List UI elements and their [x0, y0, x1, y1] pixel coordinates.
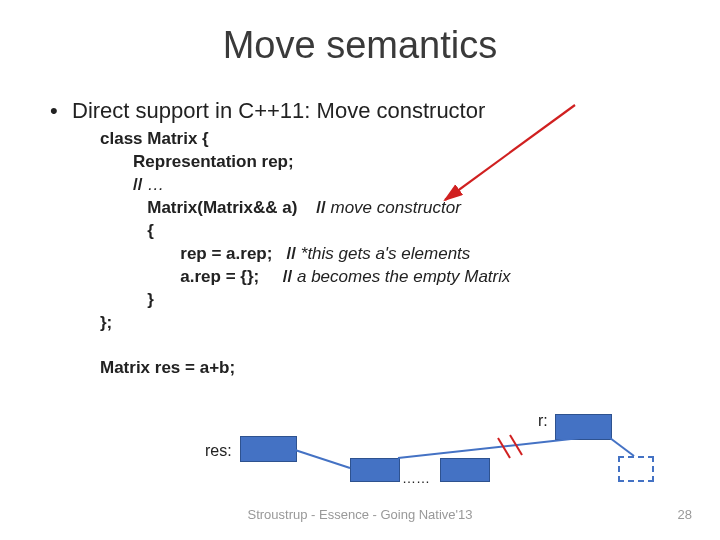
code-l6b: *this gets a's elements — [301, 244, 471, 263]
box-res — [240, 436, 297, 462]
box-empty-dashed — [618, 456, 654, 482]
code-l2: Representation rep; — [100, 152, 294, 171]
code-l4a: Matrix(Matrix&& a) // — [100, 198, 331, 217]
code-l9: }; — [100, 313, 112, 332]
page-number: 28 — [678, 507, 692, 522]
dots-label: …… — [402, 470, 430, 486]
line-res-to-data — [295, 450, 350, 468]
code-l7a: a.rep = {}; // — [100, 267, 297, 286]
code-l5: { — [100, 221, 154, 240]
code-l3a: // — [100, 175, 147, 194]
code-l1: class Matrix { — [100, 129, 209, 148]
code-l6a: rep = a.rep; // — [100, 244, 301, 263]
bullet-line: •Direct support in C++11: Move construct… — [50, 98, 485, 124]
box-r — [555, 414, 612, 440]
box-data-left — [350, 458, 400, 482]
line-r-to-empty — [610, 438, 634, 456]
res-label: res: — [205, 442, 232, 460]
r-label: r: — [538, 412, 548, 430]
line-r-to-data — [398, 438, 580, 458]
code-l7b: a becomes the empty Matrix — [297, 267, 511, 286]
code-block: class Matrix { Representation rep; // … … — [100, 128, 511, 380]
code-l4b: move constructor — [331, 198, 461, 217]
code-l10: Matrix res = a+b; — [100, 358, 235, 377]
slide: Move semantics •Direct support in C++11:… — [0, 0, 720, 540]
footer-text: Stroustrup - Essence - Going Native'13 — [0, 507, 720, 522]
cross-mark-1 — [498, 438, 510, 458]
cross-mark-2 — [510, 435, 522, 455]
code-l3b: … — [147, 175, 164, 194]
slide-title: Move semantics — [0, 0, 720, 67]
bullet-dot: • — [50, 98, 72, 124]
bullet-text: Direct support in C++11: Move constructo… — [72, 98, 485, 123]
box-data-right — [440, 458, 490, 482]
code-l8: } — [100, 290, 154, 309]
